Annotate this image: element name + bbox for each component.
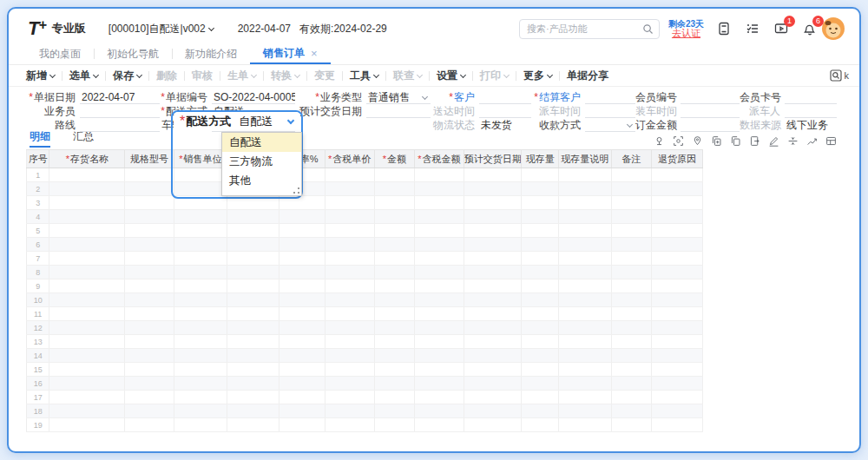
grid-cell[interactable]	[558, 377, 611, 391]
grid-cell[interactable]	[227, 293, 279, 307]
grid-cell[interactable]	[125, 224, 174, 238]
grid-cell[interactable]	[227, 349, 279, 363]
grid-cell[interactable]	[464, 279, 522, 293]
grid-cell[interactable]	[49, 266, 125, 279]
grid-cell[interactable]	[464, 293, 522, 307]
grid-cell[interactable]	[652, 279, 703, 293]
grid-cell[interactable]	[279, 404, 326, 418]
grid-cell[interactable]	[174, 391, 227, 404]
chevron-down-icon[interactable]	[627, 122, 633, 128]
grid-cell[interactable]	[125, 266, 174, 279]
grid-cell[interactable]	[125, 196, 174, 210]
notification-bell-icon[interactable]: 6	[802, 21, 818, 36]
delivery-method-field[interactable]: * 配送方式 自配送	[174, 112, 300, 131]
grid-cell[interactable]	[652, 293, 703, 307]
grid-cell[interactable]	[325, 266, 374, 279]
grid-cell[interactable]	[174, 293, 227, 307]
grid-cell[interactable]	[279, 321, 326, 335]
grid-row[interactable]: 19	[27, 418, 703, 432]
grid-column-header[interactable]: *金额	[374, 150, 415, 168]
grid-cell[interactable]	[611, 377, 652, 391]
grid-cell[interactable]	[374, 252, 415, 266]
grid-cell[interactable]	[325, 377, 374, 391]
grid-cell[interactable]	[279, 335, 326, 349]
grid-row[interactable]: 9	[27, 279, 703, 293]
grid-row[interactable]: 1	[27, 168, 703, 182]
grid-cell[interactable]	[227, 418, 279, 432]
grid-cell[interactable]	[374, 293, 415, 307]
grid-cell[interactable]	[611, 307, 652, 321]
grid-row[interactable]: 14	[27, 349, 703, 363]
grid-cell[interactable]	[611, 349, 652, 363]
grid-cell[interactable]	[464, 321, 522, 335]
grid-cell[interactable]	[325, 224, 374, 238]
grid-column-header[interactable]: *含税单价	[325, 150, 374, 168]
grid-cell[interactable]	[415, 210, 464, 224]
grid-cell[interactable]	[325, 252, 374, 266]
grid-cell[interactable]	[374, 210, 415, 224]
grid-cell[interactable]	[374, 238, 415, 252]
video-tutorial-icon[interactable]: 1	[773, 21, 789, 36]
grid-cell[interactable]	[279, 418, 326, 432]
grid-cell[interactable]	[125, 293, 174, 307]
grid-column-header[interactable]: 退货原因	[652, 150, 703, 168]
grid-cell[interactable]	[49, 377, 125, 391]
field-input[interactable]	[479, 105, 531, 118]
grid-cell[interactable]	[174, 210, 227, 224]
grid-cell[interactable]	[652, 391, 703, 404]
grid-cell[interactable]	[611, 168, 652, 182]
grid-cell[interactable]	[415, 363, 464, 377]
grid-cell[interactable]	[415, 266, 464, 279]
grid-cell[interactable]	[415, 224, 464, 238]
grid-cell[interactable]	[325, 404, 374, 418]
resize-handle-icon[interactable]	[293, 187, 299, 194]
grid-cell[interactable]	[325, 168, 374, 182]
tab-1[interactable]: 我的桌面	[26, 43, 94, 64]
grid-cell[interactable]	[415, 349, 464, 363]
grid-cell[interactable]	[652, 404, 703, 418]
grid-cell[interactable]	[125, 168, 174, 182]
grid-cell[interactable]	[464, 363, 522, 377]
grid-cell[interactable]	[374, 279, 415, 293]
grid-cell[interactable]	[415, 321, 464, 335]
edit-icon[interactable]	[768, 135, 779, 146]
grid-cell[interactable]	[374, 418, 415, 432]
grid-cell[interactable]	[49, 335, 125, 349]
grid-cell[interactable]	[558, 307, 611, 321]
grid-column-header[interactable]: 备注	[611, 150, 652, 168]
grid-cell[interactable]	[652, 196, 703, 210]
grid-cell[interactable]	[279, 349, 326, 363]
grid-cell[interactable]	[611, 252, 652, 266]
grid-cell[interactable]	[415, 293, 464, 307]
grid-layout-icon[interactable]	[825, 135, 837, 146]
grid-cell[interactable]	[374, 377, 415, 391]
grid-cell[interactable]	[522, 196, 558, 210]
grid-cell[interactable]	[611, 182, 652, 196]
grid-cell[interactable]	[415, 404, 464, 418]
grid-cell[interactable]	[49, 196, 125, 210]
field-input[interactable]: 2022-04-07	[80, 91, 160, 104]
grid-cell[interactable]	[611, 363, 652, 377]
grid-cell[interactable]	[652, 210, 703, 224]
field-select[interactable]: 普通销售	[366, 91, 431, 104]
grid-cell[interactable]	[464, 252, 522, 266]
grid-cell[interactable]	[227, 252, 279, 266]
grid-cell[interactable]	[415, 168, 464, 182]
grid-cell[interactable]	[611, 196, 652, 210]
grid-column-header[interactable]: 现存量说明	[558, 150, 611, 168]
toolbar-item-2[interactable]: 选单	[69, 69, 98, 83]
grid-row[interactable]: 10	[27, 293, 703, 307]
grid-row[interactable]: 3	[27, 196, 703, 210]
grid-row[interactable]: 6	[27, 238, 703, 252]
grid-cell[interactable]	[174, 266, 227, 279]
toolbar-item-14[interactable]: 单据分享	[567, 69, 608, 83]
grid-cell[interactable]	[325, 238, 374, 252]
grid-cell[interactable]	[652, 363, 703, 377]
grid-cell[interactable]	[652, 252, 703, 266]
grid-cell[interactable]	[464, 349, 522, 363]
grid-cell[interactable]	[125, 210, 174, 224]
grid-cell[interactable]	[227, 307, 279, 321]
grid-cell[interactable]	[522, 210, 558, 224]
grid-cell[interactable]	[558, 418, 611, 432]
grid-row[interactable]: 5	[27, 224, 703, 238]
